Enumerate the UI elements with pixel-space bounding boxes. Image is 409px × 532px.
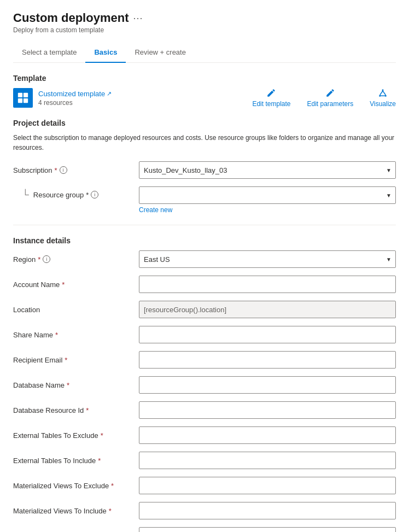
share-name-row: Share Name * [13,326,396,343]
resource-group-label-area: └ Resource group * i [13,186,139,200]
recipient-email-row: Recipient Email * [13,351,396,369]
external-tables-exclude-input[interactable] [139,426,396,444]
location-label: Location [13,306,139,314]
visualize-icon [378,88,388,98]
template-resources: 4 resources [38,99,112,107]
tab-review-create[interactable]: Review + create [126,43,195,63]
subscription-control: Kusto_Dev_Kusto_llay_03 ▼ [139,161,396,179]
subscription-select[interactable]: Kusto_Dev_Kusto_llay_03 [139,161,396,179]
external-tables-include-control [139,452,396,469]
page-subtitle: Deploy from a custom template [13,26,396,34]
external-tables-exclude-row: External Tables To Exclude * [13,426,396,444]
region-control: East US ▼ [139,250,396,268]
subscription-row: Subscription * i Kusto_Dev_Kusto_llay_03… [13,161,396,179]
template-name-link[interactable]: Customized template ↗ [38,90,112,98]
template-box: Customized template ↗ 4 resources Edit t… [13,88,396,108]
edit-parameters-button[interactable]: Edit parameters [307,88,353,108]
account-name-control [139,276,396,293]
external-tables-exclude-label: External Tables To Exclude * [13,431,139,440]
tables-exclude-control [139,527,396,532]
database-name-row: Database Name * [13,376,396,394]
materialized-views-include-input[interactable] [139,502,396,519]
resource-group-select[interactable] [139,186,396,204]
edit-template-icon [266,88,276,98]
database-resource-id-row: Database Resource Id * [13,401,396,419]
tab-bar: Select a template Basics Review + create [13,43,396,63]
project-description: Select the subscription to manage deploy… [13,133,396,153]
database-resource-id-label: Database Resource Id * [13,406,139,414]
instance-details-title: Instance details [13,236,396,245]
create-new-link[interactable]: Create new [139,206,396,214]
database-name-control [139,376,396,394]
database-resource-id-control [139,401,396,419]
recipient-email-input[interactable] [139,351,396,369]
region-select-wrapper: East US ▼ [139,250,396,268]
region-select[interactable]: East US [139,250,396,268]
resource-group-row: └ Resource group * i ▼ Create new [13,186,396,214]
location-control [139,301,396,318]
region-info-icon[interactable]: i [43,255,50,263]
materialized-views-include-row: Materialized Views To Include * [13,502,396,519]
section-divider [13,225,396,225]
tab-select-template[interactable]: Select a template [13,43,85,63]
ellipsis-menu-button[interactable]: ··· [133,13,143,24]
resource-group-control: ▼ Create new [139,186,396,214]
template-section-title: Template [13,74,396,83]
edit-parameters-icon [325,88,335,98]
materialized-views-exclude-control [139,477,396,494]
region-row: Region * i East US ▼ [13,250,396,268]
materialized-views-exclude-label: Materialized Views To Exclude * [13,482,139,490]
materialized-views-exclude-input[interactable] [139,477,396,494]
share-name-label: Share Name * [13,331,139,339]
database-resource-id-input[interactable] [139,401,396,419]
subscription-label: Subscription * i [13,166,139,174]
subscription-info-icon[interactable]: i [60,166,67,174]
tab-basics[interactable]: Basics [85,43,126,63]
resource-group-select-wrapper: ▼ [139,186,396,204]
external-tables-include-input[interactable] [139,452,396,469]
svg-line-8 [383,91,385,95]
region-label: Region * i [13,255,139,264]
account-name-input[interactable] [139,276,396,293]
account-name-label: Account Name * [13,280,139,289]
tables-exclude-row: Tables To Exclude * [13,527,396,532]
database-name-label: Database Name * [13,381,139,389]
template-actions: Edit template Edit parameters Visualize [252,88,396,108]
page-title: Custom deployment [13,11,128,25]
tables-exclude-input[interactable] [139,527,396,532]
subscription-select-wrapper: Kusto_Dev_Kusto_llay_03 ▼ [139,161,396,179]
external-tables-include-label: External Tables To Include * [13,457,139,465]
svg-rect-2 [18,98,22,103]
external-tables-include-row: External Tables To Include * [13,452,396,469]
location-row: Location [13,301,396,318]
external-tables-exclude-control [139,426,396,444]
visualize-button[interactable]: Visualize [370,88,396,108]
location-input[interactable] [139,301,396,318]
account-name-row: Account Name * [13,276,396,293]
resource-group-info-icon[interactable]: i [91,191,98,198]
share-name-input[interactable] [139,326,396,343]
svg-rect-1 [24,93,28,97]
materialized-views-include-label: Materialized Views To Include * [13,507,139,515]
project-details-title: Project details [13,119,396,127]
svg-line-7 [380,91,383,95]
materialized-views-include-control [139,502,396,519]
recipient-email-label: Recipient Email * [13,356,139,364]
template-grid-icon [17,92,29,104]
database-name-input[interactable] [139,376,396,394]
recipient-email-control [139,351,396,369]
materialized-views-exclude-row: Materialized Views To Exclude * [13,477,396,494]
svg-rect-3 [24,98,28,103]
svg-rect-0 [18,93,22,97]
svg-point-4 [382,89,384,91]
share-name-control [139,326,396,343]
template-icon [13,88,33,108]
edit-template-button[interactable]: Edit template [252,88,290,108]
template-info: Customized template ↗ 4 resources [13,88,112,108]
